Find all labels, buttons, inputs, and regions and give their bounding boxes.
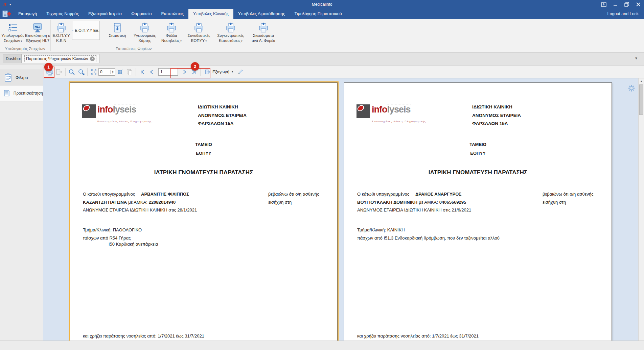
close-icon bbox=[636, 2, 640, 6]
document-page-1[interactable]: infolyseis Ενοποιημένες Λύσεις Πληροφορι… bbox=[70, 82, 338, 341]
list-icon bbox=[7, 22, 18, 33]
ribbon-tab-ypovoles-klinikis[interactable]: Υποβολές Κλινικής bbox=[188, 9, 233, 19]
minimize-button[interactable] bbox=[610, 0, 621, 9]
patient-name: ΚΑΖΑΝΤΖΗ ΠΑΓΩΝΑ bbox=[83, 200, 127, 205]
ribbon-tab-texnitos-nefros[interactable]: Τεχνητός Νεφρός bbox=[42, 9, 84, 19]
amka-value: 04065669295 bbox=[439, 200, 466, 205]
quick-print-button[interactable] bbox=[54, 67, 64, 77]
extension-line: και χρήζει παράτασης νοσηλείας από: 1/7/… bbox=[357, 333, 479, 339]
hl7-preview-export-button[interactable]: Επισκόπηση κ Εξαγωγή HL7 bbox=[25, 20, 50, 47]
preview-toolbar: 0 ▲▼ 1 Εξαγωγή ▾ bbox=[43, 65, 644, 78]
fit-width-button[interactable] bbox=[115, 67, 125, 77]
infolyseis-logo-mark bbox=[82, 104, 96, 118]
minimize-icon bbox=[613, 2, 617, 6]
printer-icon bbox=[193, 22, 204, 33]
logo-tagline: Ενοποιημένες Λύσεις Πληροφορικής bbox=[97, 117, 152, 127]
document-page-2[interactable]: infolyseis Ενοποιημένες Λύσεις Πληροφορι… bbox=[344, 82, 612, 341]
infolyseis-logo: infolyseis Ενοποιημένες Λύσεις Πληροφορι… bbox=[82, 104, 152, 127]
clipboard-filter-icon bbox=[3, 73, 13, 82]
diagnosis-line-1: πάσχων από I51.3 Ενδοκαρδιακή θρόμβωση, … bbox=[357, 235, 500, 241]
magnifier-icon bbox=[68, 68, 75, 76]
doctor-name: ΔΡΑΚΟΣ ΑΝΑΡΓΥΡΟΣ bbox=[415, 192, 461, 197]
printer-icon bbox=[72, 28, 73, 33]
export-page-icon bbox=[55, 68, 63, 76]
sidebar-item-filters[interactable]: Φίλτρα bbox=[0, 70, 43, 85]
previous-page-icon bbox=[148, 69, 155, 75]
dropdown-caret-icon: ▾ bbox=[241, 40, 243, 43]
admitted-text: εισήχθη στη bbox=[268, 200, 292, 205]
tab-list-caret-icon[interactable]: ▼ bbox=[635, 56, 638, 60]
patient-line: ΚΑΖΑΝΤΖΗ ΠΑΓΩΝΑμε ΑΜΚΑ:22082014940 bbox=[83, 200, 176, 205]
eopyy-ken-button[interactable]: Ε.Ο.Π.Υ.Υ Κ.Ε.Ν bbox=[51, 20, 71, 47]
tab-close-icon[interactable]: ✕ bbox=[90, 56, 95, 61]
previous-page-button[interactable] bbox=[147, 67, 156, 77]
ribbon-tab-ypovoles-aimokatharsis[interactable]: Υποβολές Αιμοκάθαρσης bbox=[233, 9, 290, 19]
dropdown-caret-icon: ▾ bbox=[232, 70, 233, 73]
zoom-in-button[interactable] bbox=[76, 67, 86, 77]
calc-elements-button[interactable]: Υπολογισμός Στοιχείων▾ bbox=[1, 20, 25, 47]
collapse-arrows-icon bbox=[117, 69, 123, 75]
printer-icon bbox=[166, 22, 177, 33]
patient-line: ΒΟΥΓΙΟΥΚΛΑΚΗ ΔΟΜΗΝΙΚΗμε ΑΜΚΑ:04065669295 bbox=[357, 200, 466, 205]
magnifier-plus-icon bbox=[77, 68, 85, 76]
ribbon-group-label-prints: Εκτυπώσεις Φορέων bbox=[101, 47, 166, 51]
accompanying-eopyy-button[interactable]: Συνοδευτικές ΕΟΠΥΥ▾ bbox=[185, 20, 212, 47]
application-menu-button[interactable] bbox=[0, 9, 14, 19]
department-line: Τμήμα/Κλινική: ΚΛΙΝΙΚΗ bbox=[357, 227, 405, 232]
ribbon-tab-eisagogi[interactable]: Εισαγωγή bbox=[14, 9, 42, 19]
infolyseis-logo-mark bbox=[356, 104, 370, 118]
nursing-sheets-button[interactable]: Φύλλα Νοσηλείας▾ bbox=[160, 20, 183, 47]
printer-icon bbox=[139, 22, 150, 33]
certify-text: βεβαιώνω ότι ο/η ασθενής bbox=[268, 192, 319, 197]
maximize-button[interactable] bbox=[621, 0, 632, 9]
left-sidebar: Φίλτρα Προεπισκόπηση bbox=[0, 65, 43, 341]
medical-app-icon bbox=[2, 10, 12, 18]
zoom-spinner[interactable]: 0 ▲▼ bbox=[98, 68, 115, 76]
diagnosis-line-1: πάσχων από R54 Γήρας bbox=[83, 235, 131, 241]
first-page-icon bbox=[139, 69, 145, 75]
multi-page-button[interactable] bbox=[125, 67, 134, 77]
ribbon-tab-ektiposeis[interactable]: Εκτυπώσεις bbox=[156, 9, 188, 19]
annotation-step-2: 2 bbox=[191, 62, 199, 71]
ribbon-tab-farmakeio[interactable]: Φαρμακείο bbox=[127, 9, 156, 19]
statistics-button[interactable]: Στατιστική bbox=[106, 20, 129, 47]
formulations-per-fund-button[interactable]: Σκευάσματα ανά Α. Φορέα bbox=[249, 20, 278, 47]
scroll-up-icon[interactable]: ▲ bbox=[639, 78, 644, 83]
preview-area: infolyseis Ενοποιημένες Λύσεις Πληροφορι… bbox=[43, 78, 644, 341]
admitted-text: εισήχθη στη bbox=[543, 200, 566, 205]
close-button[interactable] bbox=[632, 0, 644, 9]
zoom-value: 0 bbox=[99, 70, 110, 74]
tab-paratasis-psychiatrikon[interactable]: Παρατάσεις Ψυχιατρικών Κλινικών ✕ bbox=[21, 54, 99, 63]
pin-window-icon bbox=[601, 2, 606, 7]
doctor-line: Ο κάτωθι υπογεγραμμένοςΑΡΒΑΝΙΤΗΣ ΦΙΛΙΠΠΟ… bbox=[83, 192, 189, 197]
eopyy-ex-panel[interactable]: Ε.Ο.Π.Υ.Υ ΕΞ. bbox=[72, 21, 100, 40]
admission-line: ΑΝΩΝΥΜΟΣ ΕΤΑΙΡΕΙΑ ΙΔΙΩΤΙΚΗ ΚΛΙΝΙΚΗ στις … bbox=[357, 207, 471, 212]
first-page-button[interactable] bbox=[137, 67, 147, 77]
status-bar bbox=[0, 341, 644, 350]
zoom-out-button[interactable] bbox=[67, 67, 76, 77]
patient-name: ΒΟΥΓΙΟΥΚΛΑΚΗ ΔΟΜΗΝΙΚΗ bbox=[357, 200, 417, 205]
sidebar-item-preview[interactable]: Προεπισκόπηση bbox=[0, 85, 43, 101]
pin-window-button[interactable] bbox=[598, 0, 610, 9]
clinic-header: ΙΔΙΩΤΙΚΗ ΚΛΙΝΙΚΗ ΑΝΩΝΥΜΟΣ ΕΤΑΙΡΕΙΑ ΦΑΡΣΑ… bbox=[198, 103, 247, 128]
dropdown-caret-icon: ▾ bbox=[21, 40, 22, 43]
ribbon-tab-exoterika-iatreia[interactable]: Εξωτερικά Ιατρεία bbox=[84, 9, 127, 19]
scrollbar-thumb[interactable] bbox=[639, 84, 643, 115]
vertical-scrollbar[interactable]: ▲ bbox=[638, 78, 644, 341]
fund-section: ΤΑΜΕΙΟ ΕΟΠΥΥ bbox=[344, 140, 612, 158]
title-bar: ▾ Medicalinfo bbox=[0, 0, 644, 9]
edit-button[interactable] bbox=[236, 67, 245, 77]
health-map-button[interactable]: Υγειονομικός Χάρτης bbox=[131, 20, 158, 47]
ribbon-tab-timologisi-peristatikou[interactable]: Τιμολόγηση Περιστατικού bbox=[290, 9, 347, 19]
eopyy-ex-button-label: Ε.Ο.Π.Υ.Υ ΕΞ. bbox=[75, 28, 99, 32]
ribbon-tab-row: Εισαγωγή Τεχνητός Νεφρός Εξωτερικά Ιατρε… bbox=[0, 9, 644, 19]
infolyseis-logo: infolyseis Ενοποιημένες Λύσεις Πληροφορι… bbox=[356, 104, 426, 127]
expand-arrows-icon bbox=[90, 69, 97, 75]
aggregate-statements-button[interactable]: Συγκεντρωτικές Καταστάσεις▾ bbox=[215, 20, 246, 47]
doctor-line: Ο κάτωθι υπογεγραμμένοςΔΡΑΚΟΣ ΑΝΑΡΓΥΡΟΣ bbox=[357, 192, 461, 197]
logout-and-lock-button[interactable]: Logout and Lock bbox=[602, 9, 644, 19]
copy-pages-icon bbox=[126, 68, 133, 76]
preview-settings-gear[interactable] bbox=[627, 84, 636, 93]
fit-page-button[interactable] bbox=[89, 67, 98, 77]
spinner-arrows-icon[interactable]: ▲▼ bbox=[110, 70, 115, 74]
